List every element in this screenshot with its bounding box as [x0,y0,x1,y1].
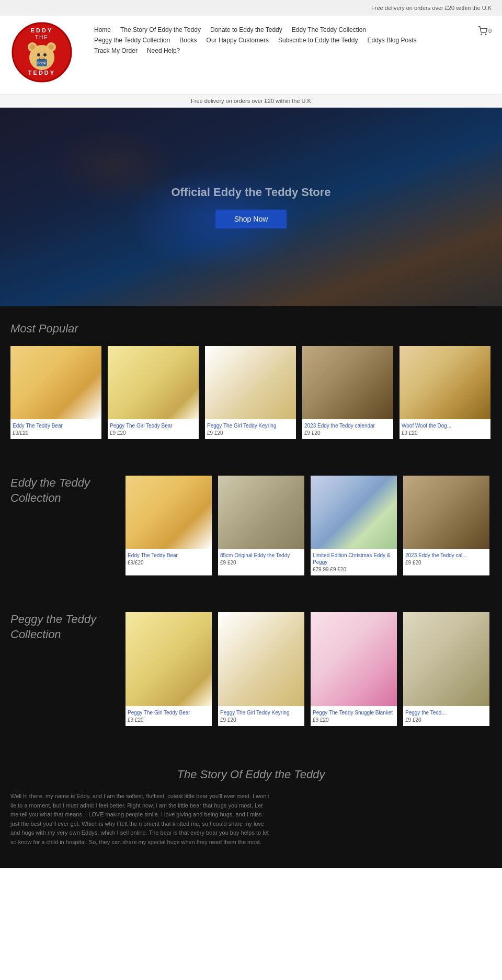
product-image-inner [205,346,296,419]
product-image [10,346,101,419]
product-price: £9 £20 [128,717,210,723]
product-card[interactable]: Eddy The Teddy Bear £9/£20 [10,346,101,439]
peggy-collection-left: Peggy the Teddy Collection [10,612,115,726]
product-card[interactable]: Peggy The Girl Teddy Bear £9 £20 [108,346,199,439]
svg-point-15 [485,34,486,35]
svg-text:BOOK: BOOK [37,62,46,65]
story-section: The Story Of Eddy the Teddy Well hi ther… [0,747,502,868]
product-image [205,346,296,419]
svg-point-8 [37,53,40,56]
product-image-inner [218,612,304,706]
svg-point-7 [49,44,54,50]
product-card[interactable]: 2023 Eddy the Teddy calendar £9 £20 [302,346,393,439]
svg-text:THE: THE [35,34,49,40]
product-image-inner [126,612,212,706]
product-card[interactable]: Peggy The Girl Teddy Keyring £9 £20 [218,612,304,726]
product-price: £9 £20 [313,717,395,723]
product-name: Eddy The Teddy Bear [13,422,99,429]
nav-home[interactable]: Home [94,26,111,33]
cart-area[interactable]: 0 [478,21,492,36]
product-name: 2023 Eddy the Teddy cal... [405,552,487,559]
most-popular-title: Most Popular [10,322,492,336]
eddy-collection-title: Eddy the Teddy Collection [10,476,115,505]
product-card[interactable]: 2023 Eddy the Teddy cal... £9 £20 [403,476,489,575]
product-price: £9/£20 [128,560,210,566]
product-info: Peggy The Girl Teddy Bear £9 £20 [108,419,199,439]
nav-help[interactable]: Need Help? [147,47,180,54]
product-name: 2023 Eddy the Teddy calendar [304,422,391,429]
product-image-inner [10,346,101,419]
header-top-bar: Free delivery on orders over £20 within … [0,0,502,16]
product-image-inner [311,476,397,549]
svg-point-14 [481,34,482,35]
announcement-bar: Free delivery on orders over £20 within … [0,95,502,108]
product-image [403,612,489,706]
product-info: Limited Edition Christmas Eddy & Peggy £… [311,549,397,575]
peggy-collection-grid: Peggy The Girl Teddy Bear £9 £20 Peggy T… [126,612,492,726]
story-title: The Story Of Eddy the Teddy [10,768,492,781]
product-price: £9 £20 [207,430,294,436]
product-card[interactable]: Limited Edition Christmas Eddy & Peggy £… [311,476,397,575]
product-card[interactable]: Woof Woof the Dog... £9 £20 [400,346,490,439]
logo-container[interactable]: EDDY THE BOOK TEDDY [10,21,78,89]
nav-blog[interactable]: Eddys Blog Posts [368,37,417,44]
nav-story[interactable]: The Story Of Eddy the Teddy [120,26,201,33]
product-name: Peggy The Girl Teddy Keyring [220,709,302,716]
product-name: Peggy The Girl Teddy Bear [110,422,197,429]
product-info: Peggy The Girl Teddy Bear £9 £20 [126,706,212,726]
product-name: Eddy The Teddy Bear [128,552,210,559]
cart-icon [478,26,487,36]
product-info: Peggy the Tedd... £9 £20 [403,706,489,726]
product-info: Peggy The Girl Teddy Keyring £9 £20 [218,706,304,726]
product-image [108,346,199,419]
peggy-collection-right: Peggy The Girl Teddy Bear £9 £20 Peggy T… [126,612,492,726]
product-info: Eddy The Teddy Bear £9/£20 [126,549,212,569]
product-image [400,346,490,419]
shop-now-button[interactable]: Shop Now [215,210,287,228]
nav-track[interactable]: Track My Order [94,47,138,54]
peggy-collection-section: Peggy the Teddy Collection Peggy The Gir… [0,596,502,747]
nav-row-3: Track My Order Need Help? [94,47,467,54]
product-card[interactable]: Peggy the Tedd... £9 £20 [403,612,489,726]
product-image-inner [218,476,304,549]
nav-subscribe[interactable]: Subscribe to Eddy the Teddy [278,37,358,44]
eddy-collection-grid: Eddy The Teddy Bear £9/£20 85cm Original… [126,476,492,575]
product-name: Limited Edition Christmas Eddy & Peggy [313,552,395,566]
product-price: £9 £20 [220,560,302,566]
header: EDDY THE BOOK TEDDY Home The Story Of [0,16,502,95]
logo-svg: EDDY THE BOOK TEDDY [10,21,73,84]
product-info: 2023 Eddy the Teddy cal... £9 £20 [403,549,489,569]
product-price: £9 £20 [220,717,302,723]
product-image [218,476,304,549]
product-card[interactable]: 85cm Original Eddy the Teddy £9 £20 [218,476,304,575]
product-name: 85cm Original Eddy the Teddy [220,552,302,559]
product-image [126,476,212,549]
nav-donate[interactable]: Donate to Eddy the Teddy [210,26,282,33]
nav-books[interactable]: Books [179,37,197,44]
product-price: £9 £20 [110,430,197,436]
product-image [302,346,393,419]
product-image-inner [403,612,489,706]
product-price: £9 £20 [402,430,488,436]
product-name: Peggy The Teddy Snuggle Blanket [313,709,395,716]
nav-row-1: Home The Story Of Eddy the Teddy Donate … [94,26,467,33]
product-image [126,612,212,706]
nav-customers[interactable]: Our Happy Customers [207,37,269,44]
svg-text:EDDY: EDDY [31,27,53,33]
hero-title: Official Eddy the Teddy Store [171,186,330,199]
hero-section: Official Eddy the Teddy Store Shop Now [0,108,502,306]
svg-text:TEDDY: TEDDY [28,70,55,76]
story-text: Well hi there, my name is Eddy, and I am… [10,792,272,847]
nav-peggy-collection[interactable]: Peggy the Teddy Collection [94,37,170,44]
product-card[interactable]: Peggy The Teddy Snuggle Blanket £9 £20 [311,612,397,726]
product-image-inner [400,346,490,419]
svg-point-6 [30,44,35,50]
product-card[interactable]: Peggy The Girl Teddy Bear £9 £20 [126,612,212,726]
product-card[interactable]: Eddy The Teddy Bear £9/£20 [126,476,212,575]
eddy-collection-left: Eddy the Teddy Collection [10,476,115,575]
cart-count: 0 [488,28,492,34]
product-info: 2023 Eddy the Teddy calendar £9 £20 [302,419,393,439]
product-card[interactable]: Peggy The Girl Teddy Keyring £9 £20 [205,346,296,439]
product-price: £9/£20 [13,430,99,436]
nav-eddy-collection[interactable]: Eddy The Teddy Collection [292,26,366,33]
